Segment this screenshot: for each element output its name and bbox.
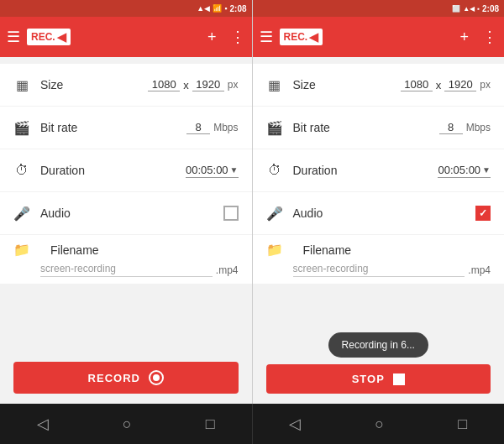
right-panel: ☰ REC. ◀ + ⋮ ▦ Size x px — [253, 17, 505, 404]
left-bitrate-value: Mbps — [186, 121, 238, 134]
left-back-button[interactable]: ◁ — [30, 408, 55, 440]
record-button[interactable]: RECORD — [13, 362, 239, 394]
left-add-icon[interactable]: + — [207, 29, 217, 46]
stop-button-label: STOP — [352, 373, 385, 385]
left-more-icon[interactable]: ⋮ — [230, 28, 245, 46]
right-menu-icon[interactable]: ☰ — [260, 28, 273, 46]
left-audio-checkbox[interactable] — [223, 206, 239, 221]
right-filename-label: Filename — [303, 243, 491, 257]
left-size-row: ▦ Size x px — [0, 64, 252, 106]
record-circle-icon — [149, 370, 164, 385]
left-size-value: x px — [148, 78, 238, 91]
right-more-icon[interactable]: ⋮ — [482, 28, 497, 46]
status-bars: ▲◀ 📶 ▪ 2:08 ⬜ ▲◀ ▪ 2:08 — [0, 0, 504, 17]
cast-icon: ⬜ — [452, 5, 460, 13]
left-filename-ext: .mp4 — [216, 264, 239, 276]
left-duration-arrow: ▼ — [230, 165, 239, 175]
signal-icon: ▲◀ — [197, 4, 210, 13]
right-bitrate-input[interactable] — [439, 121, 463, 134]
left-bitrate-row: 🎬 Bit rate Mbps — [0, 107, 252, 149]
right-filename-icon: 📁 — [266, 242, 283, 258]
right-size-separator: x — [436, 79, 442, 91]
right-audio-label: Audio — [293, 206, 476, 220]
left-panel: ☰ REC. ◀ + ⋮ ▦ Size x px — [0, 17, 252, 404]
right-bitrate-row: 🎬 Bit rate Mbps — [253, 107, 505, 149]
right-filename-ext: .mp4 — [468, 264, 491, 276]
right-filename-input-row: .mp4 — [266, 263, 491, 277]
right-audio-row: 🎤 Audio — [253, 192, 505, 234]
bitrate-icon: 🎬 — [13, 120, 30, 136]
nav-bar: ◁ ○ □ ◁ ○ □ — [0, 404, 504, 444]
audio-icon: 🎤 — [13, 206, 30, 222]
battery-icon: ▪ — [224, 4, 227, 13]
stop-square-icon — [393, 373, 405, 385]
left-bitrate-input[interactable] — [186, 121, 210, 134]
left-bitrate-label: Bit rate — [40, 121, 186, 134]
right-status-time: 2:08 — [482, 4, 499, 13]
left-size-unit: px — [228, 79, 239, 91]
left-audio-row: 🎤 Audio — [0, 192, 252, 234]
right-logo: REC. ◀ — [280, 29, 323, 45]
right-tooltip-area: Recording in 6... STOP — [266, 332, 491, 394]
duration-icon: ⏱ — [13, 163, 30, 178]
left-size-separator: x — [183, 79, 189, 91]
left-status-bar: ▲◀ 📶 ▪ 2:08 — [0, 0, 252, 17]
right-duration-select[interactable]: 00:05:00 ▼ — [438, 164, 491, 178]
left-logo: REC. ◀ — [27, 29, 71, 45]
right-size-icon: ▦ — [266, 77, 283, 93]
right-home-button[interactable]: ○ — [368, 409, 391, 440]
right-audio-icon: 🎤 — [266, 206, 283, 222]
right-recent-button[interactable]: □ — [451, 409, 474, 440]
recording-tooltip: Recording in 6... — [328, 332, 428, 358]
signal-icon-right: ▲◀ — [463, 5, 475, 13]
left-duration-row: ⏱ Duration 00:05:00 ▼ — [0, 149, 252, 191]
left-nav-panel: ◁ ○ □ — [0, 404, 252, 444]
left-filename-header: 📁 Filename — [13, 242, 239, 258]
right-back-button[interactable]: ◁ — [282, 408, 307, 440]
left-filename-input-row: .mp4 — [13, 263, 239, 277]
right-size-height[interactable] — [444, 78, 476, 91]
left-settings: ▦ Size x px 🎬 Bit rate Mbps — [0, 57, 252, 352]
right-nav-panel: ◁ ○ □ — [253, 404, 505, 444]
right-duration-row: ⏱ Duration 00:05:00 ▼ — [253, 149, 505, 191]
record-dot-icon — [153, 374, 160, 381]
right-add-icon[interactable]: + — [459, 29, 469, 46]
left-filename-input[interactable] — [40, 263, 213, 277]
right-bitrate-unit: Mbps — [466, 122, 491, 133]
right-button-area: Recording in 6... STOP — [253, 322, 505, 404]
left-filename-label: Filename — [50, 243, 239, 257]
left-home-button[interactable]: ○ — [116, 409, 139, 440]
left-size-label: Size — [40, 78, 148, 91]
right-app-bar-actions: + ⋮ — [459, 28, 497, 46]
right-duration-value: 00:05:00 — [438, 164, 480, 176]
right-filename-section: 📁 Filename .mp4 — [253, 235, 505, 284]
left-duration-value: 00:05:00 — [186, 164, 228, 176]
main-panels: ☰ REC. ◀ + ⋮ ▦ Size x px — [0, 17, 504, 404]
left-size-height[interactable] — [192, 78, 224, 91]
left-bitrate-unit: Mbps — [213, 122, 238, 133]
left-button-area: RECORD — [0, 352, 252, 404]
right-size-width[interactable] — [401, 78, 433, 91]
size-icon: ▦ — [13, 77, 30, 93]
right-bitrate-value: Mbps — [439, 121, 491, 134]
left-size-width[interactable] — [148, 78, 180, 91]
left-logo-cam-icon: ◀ — [57, 30, 66, 44]
right-audio-checkbox[interactable] — [475, 206, 491, 221]
right-size-value: x px — [401, 78, 491, 91]
left-duration-select[interactable]: 00:05:00 ▼ — [186, 164, 239, 178]
right-logo-text: REC. — [284, 31, 308, 43]
right-filename-input[interactable] — [293, 263, 465, 277]
stop-button[interactable]: STOP — [266, 364, 491, 394]
right-filename-header: 📁 Filename — [266, 242, 491, 258]
wifi-icon: 📶 — [213, 4, 222, 13]
right-app-bar: ☰ REC. ◀ + ⋮ — [253, 17, 505, 57]
left-recent-button[interactable]: □ — [199, 409, 222, 440]
battery-icon-right: ▪ — [477, 5, 480, 13]
left-menu-icon[interactable]: ☰ — [7, 28, 20, 46]
right-duration-arrow: ▼ — [482, 165, 491, 175]
left-logo-text: REC. — [31, 31, 55, 43]
record-button-label: RECORD — [88, 372, 140, 384]
right-duration-label: Duration — [293, 164, 438, 177]
right-bitrate-label: Bit rate — [293, 121, 439, 134]
right-size-unit: px — [480, 79, 491, 91]
